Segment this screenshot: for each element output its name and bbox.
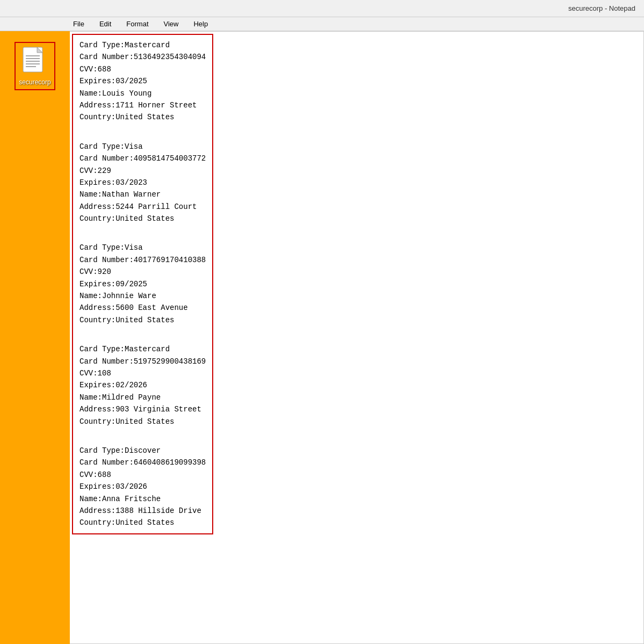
file-icon-wrapper[interactable]: securecorp [15,42,55,90]
menu-file[interactable]: File [70,19,88,29]
country-line: Country:United States [79,111,206,123]
card-spacer [79,436,206,445]
menu-format[interactable]: Format [123,19,151,29]
card-number-line: Card Number:6460408619099398 [79,457,206,468]
card-type-line: Card Type:Visa [79,242,206,254]
country-line: Country:United States [79,314,206,326]
country-line: Country:United States [79,213,206,225]
card-number-line: Card Number:5136492354304094 [79,51,206,63]
expires-line: Expires:09/2025 [79,278,206,290]
name-line: Name:Anna Fritsche [79,493,206,505]
card-block: Card Type:VisaCard Number:40958147540037… [79,141,206,225]
card-number-line: Card Number:4095814754003772 [79,153,206,164]
name-line: Name:Nathan Warner [79,189,206,200]
country-line: Country:United States [79,416,206,428]
card-type-line: Card Type:Mastercard [79,39,206,51]
card-type-line: Card Type:Mastercard [79,343,206,355]
address-line: Address:1388 Hillside Drive [79,505,206,517]
menu-bar: File Edit Format View Help [0,17,644,31]
cvv-line: CVV:229 [79,165,206,177]
cvv-line: CVV:920 [79,266,206,278]
card-block: Card Type:MastercardCard Number:51364923… [79,39,206,124]
expires-line: Expires:02/2026 [79,379,206,391]
menu-edit[interactable]: Edit [96,19,114,29]
expires-line: Expires:03/2026 [79,481,206,493]
cvv-line: CVV:688 [79,63,206,75]
expires-line: Expires:03/2023 [79,177,206,189]
card-type-line: Card Type:Visa [79,141,206,153]
address-line: Address:5244 Parrill Court [79,201,206,213]
file-icon [22,46,48,76]
card-block: Card Type:MastercardCard Number:51975299… [79,343,206,428]
card-spacer [79,233,206,242]
card-spacer [79,335,206,343]
menu-view[interactable]: View [161,19,182,29]
notepad-area[interactable]: Card Type:MastercardCard Number:51364923… [70,31,644,644]
name-line: Name:Louis Young [79,88,206,99]
card-number-line: Card Number:4017769170410388 [79,254,206,266]
expires-line: Expires:03/2025 [79,75,206,87]
name-line: Name:Johnnie Ware [79,290,206,302]
cvv-line: CVV:688 [79,469,206,481]
address-line: Address:1711 Horner Street [79,99,206,111]
window-title: securecorp - Notepad [568,4,635,12]
address-line: Address:903 Virginia Street [79,403,206,415]
card-number-line: Card Number:5197529900438169 [79,356,206,367]
card-type-line: Card Type:Discover [79,445,206,457]
address-line: Address:5600 East Avenue [79,302,206,314]
file-label: securecorp [19,78,50,86]
cvv-line: CVV:108 [79,367,206,379]
name-line: Name:Mildred Payne [79,392,206,403]
notepad-content: Card Type:MastercardCard Number:51364923… [72,34,213,534]
card-spacer [79,132,206,141]
desktop-sidebar: securecorp [0,31,70,644]
card-block: Card Type:DiscoverCard Number:6460408619… [79,445,206,529]
title-bar: securecorp - Notepad [0,0,644,17]
main-area: securecorp Card Type:MastercardCard Numb… [0,31,644,644]
country-line: Country:United States [79,517,206,529]
card-block: Card Type:VisaCard Number:40177691704103… [79,242,206,326]
menu-help[interactable]: Help [190,19,211,29]
